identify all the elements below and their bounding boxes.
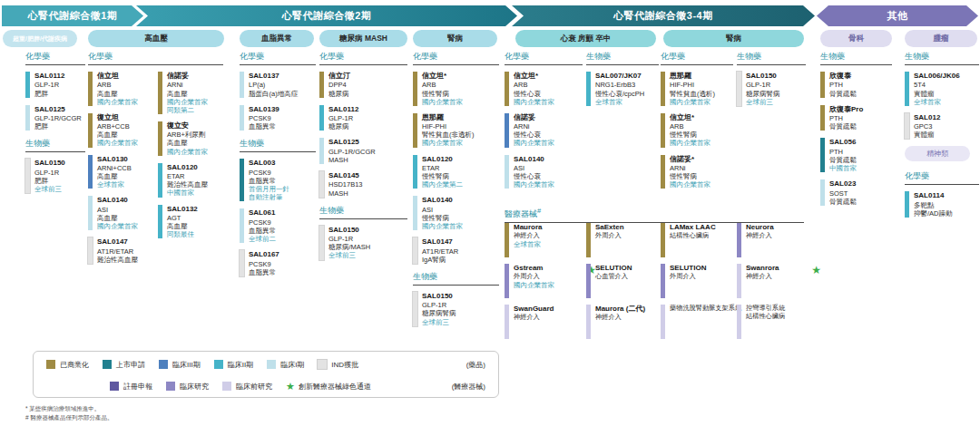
entry-text: 信諾妥ARNi高血壓國內企業首家同類第二 — [167, 72, 208, 114]
entry-highlight: 國內企業首家 — [97, 222, 138, 230]
drug-column-c5: 化學藥信立坦*ARB慢性腎病國內企業首家恩那羅HIF-PHI腎性貧血(非透析)國… — [413, 51, 499, 334]
legend-item: 上市申請 — [103, 360, 145, 370]
entry-text: SaExten外周介入 — [595, 223, 624, 257]
stage-bar — [586, 72, 591, 106]
entry-highlight: 國內企業第二 — [422, 180, 463, 189]
entry-indication: 糖尿病/MASH — [328, 243, 370, 251]
group-header: 生物藥 — [413, 271, 499, 286]
stage-bar — [413, 113, 417, 148]
entry-name: SAL007/JK07 — [595, 72, 644, 81]
entry-text: 欣復泰ProPTH骨質疏鬆 — [829, 105, 863, 131]
group-header: 生物藥 — [586, 51, 659, 65]
entry-text: SAL0150GLP-1R糖尿病腎病全球前三 — [746, 72, 780, 106]
entry-text: Maurora神經介入全球首家 — [514, 223, 543, 257]
entry-text: SAL0125GLP-1R/GCGRMASH — [328, 138, 376, 164]
entry-indication: ARB — [514, 81, 554, 89]
entry-highlight: 全球首家 — [914, 98, 960, 106]
stage-bar — [820, 179, 825, 206]
entry-indication: 慢性心衰 — [514, 172, 554, 180]
pipeline-entry: SELUTION外周介入 — [661, 264, 737, 298]
entry-indication: 高血壓 — [167, 90, 208, 98]
entry-name: SAL0150 — [422, 292, 456, 301]
category-pill-oncology: 腫瘤 — [905, 30, 977, 47]
drug-column-c8: 化學藥恩那羅HIF-PHI腎性貧血(透析)國內企業首家信立坦*ARB慢性腎病國內… — [661, 51, 733, 196]
entry-indication: 糖尿病腎病 — [746, 90, 780, 98]
group-header: 生物藥 — [820, 51, 892, 65]
stage-bar — [586, 223, 591, 257]
entry-indication: SOST — [829, 189, 857, 198]
stage-bar — [158, 163, 162, 198]
entry-indication: MASH — [328, 189, 363, 198]
innovation-star-icon: ★ — [811, 265, 821, 276]
entry-indication: ARB — [97, 81, 138, 89]
entry-text: SAL0112GLP-1R肥胖 — [34, 72, 64, 98]
entry-text: SAL0140ASI慢性腎病國內企業首家 — [422, 196, 463, 230]
entry-indication: 血脂異常 — [249, 227, 276, 235]
stage-bar — [240, 72, 244, 98]
entry-text: 復立安ARB+利尿劑高血壓國內企業首家 — [167, 121, 208, 156]
entry-indication: ARNi — [670, 164, 710, 172]
entry-text: Gstream外周介入國內企業首家 — [514, 264, 554, 298]
entry-text: 信諾妥*ARNi慢性腎病國內企業首家 — [670, 155, 710, 189]
pipeline-entry: SaExten外周介入 — [586, 223, 661, 257]
category-pill-diabetes-mash: 糖尿病 MASH — [319, 30, 407, 47]
entry-text: 藥物洗脫腎動脈支架系統 — [670, 305, 737, 339]
entry-name: SAL0150 — [328, 226, 370, 235]
stage-bar — [413, 292, 417, 326]
pipeline-entry: 信立坦*ARB慢性腎病國內企業首家 — [661, 113, 733, 148]
pipeline-entry: SAL0112GLP-1R糖尿病 — [319, 105, 407, 131]
stage-bar — [413, 237, 417, 264]
stage-bar — [413, 196, 417, 230]
entry-indication: GLP-1R — [746, 81, 780, 89]
footnotes: * 某些疾病治療領域推進中。 # 醫療器械產品僅列示部分產品。 — [25, 404, 113, 423]
group-header: 化學藥 — [319, 51, 407, 65]
category-pill-hypertension: 高血壓 — [88, 30, 224, 47]
entry-text: SAL007/JK07NRG1-ErbB3慢性心衰/cpcPH全球首家 — [595, 72, 644, 106]
entry-name: SAL0130 — [97, 155, 132, 164]
stage-bar — [820, 72, 825, 98]
device-column-1: Maurora神經介入全球首家Gstream外周介入國內企業首家★SwanGua… — [505, 223, 583, 345]
entry-indication: 肥胖 — [34, 177, 65, 185]
drug-column-c11: 生物藥SAL006/JK065T4實體瘤全球首家SAL012GPC3實體瘤精神類… — [905, 51, 979, 225]
legend-item: 註冊申報 — [110, 382, 152, 392]
entry-indication: 腎性貧血(非透析) — [422, 131, 475, 139]
legend-label: 臨床II期 — [228, 360, 253, 370]
entry-indication: HSD17B13 — [328, 180, 363, 189]
entry-text: 復立坦ARB+CCB高血壓國內企業首家 — [97, 113, 138, 148]
entry-indication: 外周介入 — [670, 273, 706, 281]
pipeline-entry: SAL0150GLP-1R肥胖全球前三 — [25, 159, 85, 193]
entry-indication: 慢性腎病 — [670, 131, 710, 139]
entry-indication: 神經介入 — [514, 314, 554, 322]
legend-swatch-cstudy — [166, 382, 175, 391]
entry-indication: 難治性高血壓 — [97, 256, 138, 264]
entry-indication: ARB+利尿劑 — [167, 131, 208, 139]
entry-indication: ETAR — [167, 172, 208, 180]
entry-indication: HIF-PHI — [422, 122, 475, 131]
entry-highlight: 中國首家 — [829, 164, 857, 172]
entry-name: SAL061 — [249, 208, 276, 218]
entry-text: SAL0150GLP-1R糖尿病/MASH全球前三 — [328, 226, 370, 260]
entry-name: SAL003 — [249, 159, 289, 168]
entry-text: SAL0150GLP-1R糖尿病腎病全球前三 — [422, 292, 456, 326]
pipeline-entry: 欣復泰ProPTH骨質疏鬆 — [820, 105, 892, 131]
entry-indication: PCSK9 — [249, 169, 289, 177]
entry-indication: ARNi+CCB — [97, 164, 132, 172]
pipeline-entry: Swanrora神經介入★ — [737, 264, 808, 298]
group-header: 化學藥 — [505, 51, 583, 65]
entry-indication: PTH — [829, 148, 857, 156]
pipeline-entry: SAL0125GLP-1R/GCGR肥胖 — [25, 105, 85, 131]
stage-bar — [88, 113, 93, 148]
stage-bar — [505, 113, 509, 148]
stage-bar — [505, 264, 509, 298]
entry-highlight: 自動注射筆 — [249, 193, 289, 201]
pipeline-entry: 信立坦*ARB慢性腎病國內企業首家 — [413, 72, 499, 106]
pipeline-entry: SAL0130ARNi+CCB高血壓全球首家 — [88, 155, 152, 189]
category-pill-obesity: 超重/肥胖/代謝疾病 — [3, 30, 77, 47]
legend-label: 臨床I期 — [280, 360, 304, 370]
entry-indication: GLP-1R — [328, 114, 358, 122]
pipeline-entry: SAL023SOST骨質疏鬆 — [820, 179, 892, 206]
entry-indication: 肥胖 — [34, 90, 64, 98]
entry-indication: DPP4 — [328, 81, 350, 89]
entry-indication: 骨質疏鬆 — [829, 198, 857, 206]
entry-indication: GPC3 — [914, 122, 940, 131]
